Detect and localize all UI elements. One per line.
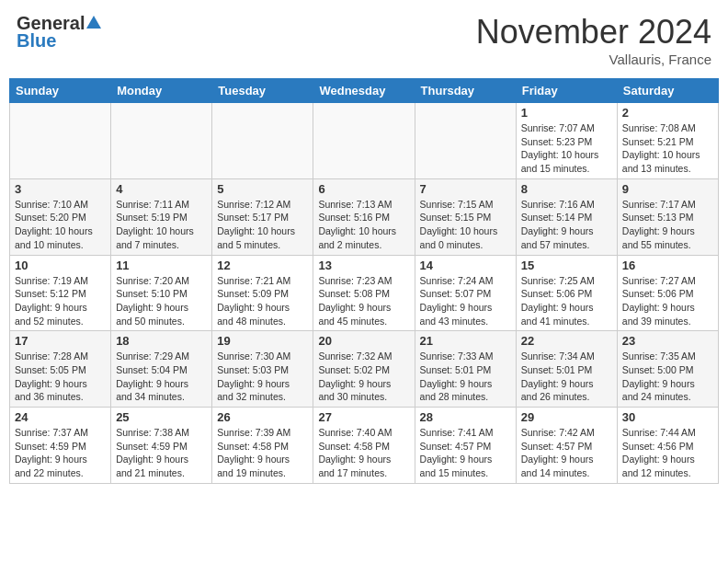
location: Vallauris, France — [476, 52, 711, 67]
day-number: 25 — [116, 410, 207, 424]
calendar-cell: 4Sunrise: 7:11 AMSunset: 5:19 PMDaylight… — [111, 178, 212, 255]
day-info: Sunrise: 7:17 AMSunset: 5:13 PMDaylight:… — [622, 198, 713, 252]
calendar-week-4: 17Sunrise: 7:28 AMSunset: 5:05 PMDayligh… — [10, 331, 719, 408]
day-number: 18 — [116, 334, 207, 348]
day-number: 6 — [318, 182, 409, 196]
day-number: 24 — [15, 410, 106, 424]
day-info: Sunrise: 7:41 AMSunset: 4:57 PMDaylight:… — [420, 426, 511, 480]
calendar-cell: 7Sunrise: 7:15 AMSunset: 5:15 PMDaylight… — [415, 178, 516, 255]
day-info: Sunrise: 7:33 AMSunset: 5:01 PMDaylight:… — [420, 350, 511, 404]
logo-icon — [85, 14, 102, 30]
title-section: November 2024 Vallauris, France — [476, 13, 711, 67]
calendar-cell — [313, 103, 415, 179]
day-number: 9 — [622, 182, 713, 196]
logo-blue-text: Blue — [17, 30, 56, 52]
day-number: 10 — [15, 259, 106, 272]
day-info: Sunrise: 7:12 AMSunset: 5:17 PMDaylight:… — [217, 198, 308, 252]
calendar-cell: 27Sunrise: 7:40 AMSunset: 4:58 PMDayligh… — [313, 408, 415, 484]
calendar-cell: 25Sunrise: 7:38 AMSunset: 4:59 PMDayligh… — [111, 408, 212, 484]
calendar-cell: 5Sunrise: 7:12 AMSunset: 5:17 PMDaylight… — [212, 178, 313, 255]
calendar-cell: 22Sunrise: 7:34 AMSunset: 5:01 PMDayligh… — [516, 331, 617, 408]
day-number: 26 — [217, 410, 308, 424]
day-info: Sunrise: 7:19 AMSunset: 5:12 PMDaylight:… — [15, 274, 106, 328]
day-header-monday: Monday — [111, 79, 212, 103]
day-number: 1 — [521, 106, 612, 120]
calendar-cell: 11Sunrise: 7:20 AMSunset: 5:10 PMDayligh… — [111, 255, 212, 331]
day-info: Sunrise: 7:25 AMSunset: 5:06 PMDaylight:… — [521, 274, 612, 328]
calendar-cell: 13Sunrise: 7:23 AMSunset: 5:08 PMDayligh… — [313, 255, 415, 331]
day-number: 27 — [318, 410, 409, 424]
day-number: 5 — [217, 182, 308, 196]
calendar-table: SundayMondayTuesdayWednesdayThursdayFrid… — [9, 78, 719, 484]
day-number: 28 — [420, 410, 511, 424]
day-number: 29 — [521, 410, 612, 424]
day-info: Sunrise: 7:24 AMSunset: 5:07 PMDaylight:… — [420, 274, 511, 328]
day-info: Sunrise: 7:16 AMSunset: 5:14 PMDaylight:… — [521, 198, 612, 252]
month-title: November 2024 — [476, 13, 711, 52]
day-header-wednesday: Wednesday — [313, 79, 415, 103]
day-info: Sunrise: 7:29 AMSunset: 5:04 PMDaylight:… — [116, 350, 207, 404]
day-number: 4 — [116, 182, 207, 196]
svg-marker-0 — [86, 16, 101, 29]
calendar-cell — [10, 103, 111, 179]
day-info: Sunrise: 7:15 AMSunset: 5:15 PMDaylight:… — [420, 198, 511, 252]
day-info: Sunrise: 7:37 AMSunset: 4:59 PMDaylight:… — [15, 426, 106, 480]
day-number: 16 — [622, 259, 713, 272]
day-info: Sunrise: 7:32 AMSunset: 5:02 PMDaylight:… — [318, 350, 409, 404]
day-info: Sunrise: 7:30 AMSunset: 5:03 PMDaylight:… — [217, 350, 308, 404]
day-header-tuesday: Tuesday — [212, 79, 313, 103]
calendar-cell: 24Sunrise: 7:37 AMSunset: 4:59 PMDayligh… — [10, 408, 111, 484]
calendar-cell: 10Sunrise: 7:19 AMSunset: 5:12 PMDayligh… — [10, 255, 111, 331]
day-info: Sunrise: 7:28 AMSunset: 5:05 PMDaylight:… — [15, 350, 106, 404]
calendar-week-1: 1Sunrise: 7:07 AMSunset: 5:23 PMDaylight… — [10, 103, 719, 179]
calendar-cell — [212, 103, 313, 179]
day-info: Sunrise: 7:13 AMSunset: 5:16 PMDaylight:… — [318, 198, 409, 252]
day-number: 23 — [622, 334, 713, 348]
calendar-cell: 18Sunrise: 7:29 AMSunset: 5:04 PMDayligh… — [111, 331, 212, 408]
day-number: 17 — [15, 334, 106, 348]
day-number: 3 — [15, 182, 106, 196]
calendar-week-5: 24Sunrise: 7:37 AMSunset: 4:59 PMDayligh… — [10, 408, 719, 484]
day-info: Sunrise: 7:07 AMSunset: 5:23 PMDaylight:… — [521, 121, 612, 176]
day-info: Sunrise: 7:39 AMSunset: 4:58 PMDaylight:… — [217, 426, 308, 480]
day-number: 22 — [521, 334, 612, 348]
day-info: Sunrise: 7:40 AMSunset: 4:58 PMDaylight:… — [318, 426, 409, 480]
calendar-cell: 2Sunrise: 7:08 AMSunset: 5:21 PMDaylight… — [617, 103, 718, 179]
logo: General Blue — [17, 13, 102, 52]
calendar-cell: 12Sunrise: 7:21 AMSunset: 5:09 PMDayligh… — [212, 255, 313, 331]
calendar-cell: 20Sunrise: 7:32 AMSunset: 5:02 PMDayligh… — [313, 331, 415, 408]
day-number: 13 — [318, 259, 409, 272]
calendar-cell: 28Sunrise: 7:41 AMSunset: 4:57 PMDayligh… — [415, 408, 516, 484]
calendar-cell: 16Sunrise: 7:27 AMSunset: 5:06 PMDayligh… — [617, 255, 718, 331]
day-number: 12 — [217, 259, 308, 272]
calendar-cell: 17Sunrise: 7:28 AMSunset: 5:05 PMDayligh… — [10, 331, 111, 408]
day-info: Sunrise: 7:21 AMSunset: 5:09 PMDaylight:… — [217, 274, 308, 328]
calendar-cell: 14Sunrise: 7:24 AMSunset: 5:07 PMDayligh… — [415, 255, 516, 331]
day-number: 20 — [318, 334, 409, 348]
day-info: Sunrise: 7:38 AMSunset: 4:59 PMDaylight:… — [116, 426, 207, 480]
day-header-thursday: Thursday — [415, 79, 516, 103]
calendar-week-3: 10Sunrise: 7:19 AMSunset: 5:12 PMDayligh… — [10, 255, 719, 331]
calendar-cell: 30Sunrise: 7:44 AMSunset: 4:56 PMDayligh… — [617, 408, 718, 484]
day-info: Sunrise: 7:27 AMSunset: 5:06 PMDaylight:… — [622, 274, 713, 328]
day-number: 19 — [217, 334, 308, 348]
page-header: General Blue November 2024 Vallauris, Fr… — [9, 9, 719, 71]
day-info: Sunrise: 7:08 AMSunset: 5:21 PMDaylight:… — [622, 121, 713, 176]
calendar-cell — [415, 103, 516, 179]
day-info: Sunrise: 7:23 AMSunset: 5:08 PMDaylight:… — [318, 274, 409, 328]
calendar-cell: 6Sunrise: 7:13 AMSunset: 5:16 PMDaylight… — [313, 178, 415, 255]
day-number: 15 — [521, 259, 612, 272]
calendar-cell: 15Sunrise: 7:25 AMSunset: 5:06 PMDayligh… — [516, 255, 617, 331]
calendar-cell: 19Sunrise: 7:30 AMSunset: 5:03 PMDayligh… — [212, 331, 313, 408]
calendar-cell: 26Sunrise: 7:39 AMSunset: 4:58 PMDayligh… — [212, 408, 313, 484]
day-header-sunday: Sunday — [10, 79, 111, 103]
day-number: 7 — [420, 182, 511, 196]
day-number: 14 — [420, 259, 511, 272]
day-number: 8 — [521, 182, 612, 196]
day-info: Sunrise: 7:11 AMSunset: 5:19 PMDaylight:… — [116, 198, 207, 252]
calendar-cell: 23Sunrise: 7:35 AMSunset: 5:00 PMDayligh… — [617, 331, 718, 408]
day-info: Sunrise: 7:34 AMSunset: 5:01 PMDaylight:… — [521, 350, 612, 404]
day-info: Sunrise: 7:44 AMSunset: 4:56 PMDaylight:… — [622, 426, 713, 480]
day-number: 11 — [116, 259, 207, 272]
day-header-friday: Friday — [516, 79, 617, 103]
